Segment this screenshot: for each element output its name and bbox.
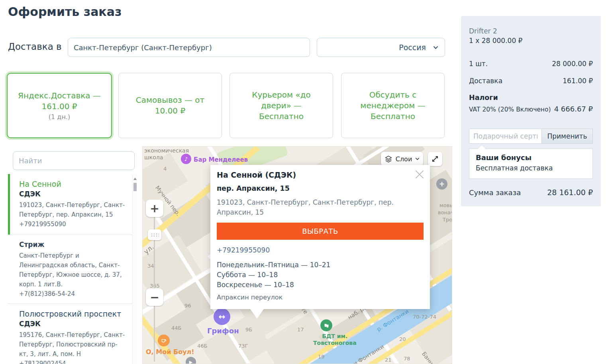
- popup-schedule-saturday: Суббота — 10–18: [217, 270, 424, 280]
- pickup-point-list: На Сенной СДЭК 191023, Санкт-Петербург, …: [8, 174, 137, 364]
- city-input[interactable]: [68, 38, 310, 57]
- shipping-option-label: Обсудить с менеджером — Бесплатно: [349, 90, 436, 122]
- pickup-item-phone: +7(812)386-54-24: [19, 289, 126, 299]
- pickup-item-operator: СДЭК: [19, 190, 126, 198]
- bonus-popover: Ваши бонусы Бесплатная доставка: [469, 149, 593, 179]
- pickup-item-phone: +79219955090: [19, 219, 126, 229]
- pickup-item-phone: +78129002454: [19, 359, 126, 364]
- map-label: 73Г: [238, 343, 248, 349]
- popup-tail: [250, 309, 264, 319]
- pickup-item-operator: СДЭК: [19, 320, 126, 328]
- fullscreen-button[interactable]: [428, 152, 442, 166]
- scrollbar-up-arrow[interactable]: [133, 178, 137, 180]
- theatre-masks-icon: [324, 323, 330, 329]
- summary-row-vat: VAT 20% (20% Включено) 4 666.67 ₽: [469, 105, 593, 113]
- row-label: 1 шт.: [469, 60, 488, 68]
- country-select[interactable]: Россия: [317, 38, 445, 57]
- row-label: Доставка: [469, 77, 502, 85]
- zoom-in-glyph: +: [150, 202, 159, 215]
- zoom-out-button[interactable]: −: [146, 288, 163, 306]
- row-label: VAT 20% (20% Включено): [469, 106, 551, 113]
- pickup-item-address: Санкт-Петербург и Ленинградская область,…: [19, 251, 126, 289]
- select-pickup-button[interactable]: ВЫБРАТЬ: [217, 223, 424, 240]
- map-label: 70-72-74: [413, 314, 436, 320]
- map-label: мовый: [439, 202, 452, 208]
- map-label: 78: [404, 356, 410, 362]
- pickup-item-na-sennoy[interactable]: На Сенной СДЭК 191023, Санкт-Петербург, …: [8, 174, 137, 235]
- bonus-value: Бесплатная доставка: [476, 164, 586, 172]
- row-value: 28 000.00 ₽: [552, 60, 593, 68]
- pickup-item-title[interactable]: На Сенной: [19, 180, 126, 188]
- shipping-option-label: Курьером «до двери» — Бесплатно: [238, 90, 325, 122]
- map-label: 19: [318, 354, 325, 360]
- shipping-option-courier[interactable]: Курьером «до двери» — Бесплатно: [229, 73, 333, 138]
- pickup-item-address: 195176, Санкт-Петербург, Санкт-Петербург…: [19, 330, 126, 359]
- layers-icon: [384, 155, 392, 162]
- map-label: 34: [147, 263, 154, 269]
- poi-marker-bar-mendeleev[interactable]: ♪: [181, 154, 191, 164]
- map[interactable]: экономическая школа 4 Мучной пер. ул. Ал…: [142, 146, 452, 364]
- poi-label: Бар Менделеев: [194, 156, 248, 163]
- zoom-in-button[interactable]: +: [146, 200, 163, 217]
- total-label: Сумма заказа: [469, 188, 521, 197]
- order-summary-panel: Drifter 2 1 x 28 000.00 ₽ 1 шт. 28 000.0…: [461, 16, 601, 206]
- shipping-option-note: (1 дн.): [49, 113, 70, 121]
- map-label: 96: [184, 303, 191, 309]
- poi-marker-bdt-theatre[interactable]: [320, 319, 332, 331]
- apply-button[interactable]: Применить: [542, 129, 593, 144]
- ruler-button[interactable]: [148, 229, 161, 240]
- expand-icon: [432, 155, 439, 162]
- layers-label: Слои: [396, 155, 412, 163]
- map-label: 9Б: [245, 327, 252, 333]
- gift-certificate-input[interactable]: [469, 129, 542, 144]
- summary-row-quantity: 1 шт. 28 000.00 ₽: [469, 60, 593, 68]
- summary-row-total: Сумма заказа 28 161.00 ₽: [469, 188, 593, 197]
- shipping-option-pickup[interactable]: Самовывоз — от 10.00 ₽: [118, 73, 222, 138]
- map-label: 44Б: [171, 325, 181, 331]
- popup-address: 191023, Санкт-Петербург, Санкт-Петербург…: [217, 198, 413, 217]
- list-scrollbar[interactable]: [132, 174, 137, 364]
- map-label: Трои: [443, 217, 452, 223]
- checkout-page: Оформить заказ Доставка в Россия Яндекс.…: [0, 0, 610, 364]
- scrollbar-thumb[interactable]: [133, 183, 137, 191]
- popup-street: пер. Апраксин, 15: [217, 184, 424, 192]
- chevron-down-icon: [415, 157, 420, 160]
- shipping-option-manager[interactable]: Обсудить с менеджером — Бесплатно: [341, 73, 445, 138]
- selected-indicator: [8, 174, 10, 235]
- product-name: Drifter 2: [469, 27, 497, 35]
- layers-button[interactable]: Слои: [381, 152, 423, 166]
- pickup-item-title[interactable]: Полюстровский проспект: [19, 309, 126, 318]
- popup-district: Апраксин переулок: [217, 294, 424, 301]
- popup-phone: +79219955090: [217, 246, 424, 254]
- popup-title: На Сенной (СДЭК): [217, 170, 424, 179]
- map-label: 20: [399, 336, 406, 342]
- pickup-search-input[interactable]: [13, 151, 135, 170]
- pickup-item-polyustrovsky[interactable]: Полюстровский проспект СДЭК 195176, Санк…: [8, 304, 137, 364]
- summary-row-shipping: Доставка 161.00 ₽: [469, 77, 593, 85]
- shipping-option-yandex[interactable]: Яндекс.Доставка — 161.00 ₽ (1 дн.): [7, 73, 112, 138]
- row-value: 161.00 ₽: [563, 77, 593, 85]
- poi-label: БДТ им. Товстоногова: [313, 333, 357, 346]
- pickup-point-popup: На Сенной (СДЭК) пер. Апраксин, 15 19102…: [210, 165, 430, 309]
- shipping-option-label: Яндекс.Доставка — 161.00 ₽: [16, 90, 103, 112]
- close-icon[interactable]: [414, 169, 425, 180]
- map-label: 17: [297, 327, 304, 333]
- cup-icon: [161, 337, 167, 344]
- taxes-header: Налоги: [469, 94, 498, 102]
- poi-label: Грифон: [207, 327, 239, 335]
- pickup-item-title[interactable]: Стриж: [19, 241, 126, 249]
- product-qty-price: 1 x 28 000.00 ₽: [469, 37, 522, 45]
- poi-marker-generic: ▶: [186, 357, 196, 364]
- poi-marker-bowl[interactable]: [158, 335, 170, 346]
- map-label: вонача: [438, 209, 452, 215]
- church-icon: +: [436, 178, 447, 190]
- country-value: Россия: [399, 43, 426, 52]
- map-label: 21: [385, 357, 392, 363]
- delivery-to-label: Доставка в: [8, 41, 62, 52]
- page-title: Оформить заказ: [8, 5, 122, 19]
- poi-marker-grifon[interactable]: ↔: [214, 308, 230, 325]
- pickup-item-address: 191023, Санкт-Петербург, Санкт-Петербург…: [19, 200, 126, 219]
- pickup-item-strizh[interactable]: Стриж Санкт-Петербург и Ленинградская об…: [8, 235, 137, 304]
- zoom-out-glyph: −: [150, 291, 159, 304]
- total-value: 28 161.00 ₽: [547, 188, 593, 197]
